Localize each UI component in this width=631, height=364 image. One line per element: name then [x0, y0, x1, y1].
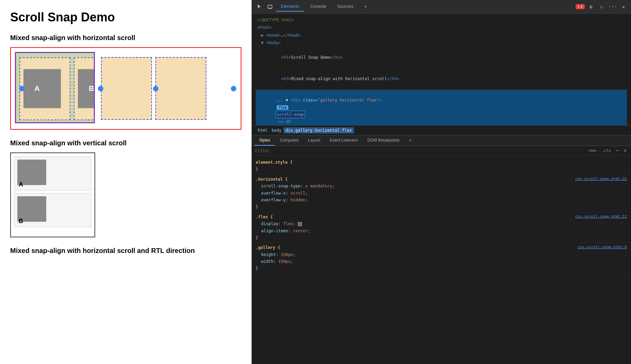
- dom-html[interactable]: <html>: [256, 24, 627, 31]
- gallery-viewport: A B: [15, 52, 95, 123]
- devtools-panel: Elements Console Sources » ✕ 1 ⚙ ⚇ ··· ✕…: [252, 0, 631, 364]
- gallery-visual: A B: [15, 52, 237, 125]
- vertical-scroll-demo[interactable]: A B: [10, 152, 95, 237]
- tab-computed[interactable]: Computed: [275, 135, 303, 146]
- tab-styles-more[interactable]: »: [405, 135, 416, 146]
- dom-body[interactable]: ▼ <body>: [256, 39, 627, 47]
- snap-dot-2: [98, 86, 103, 91]
- tab-console[interactable]: Console: [305, 2, 331, 12]
- more-btn[interactable]: ···: [608, 2, 617, 12]
- rule-gallery: css-scroll-snap.html:6 .gallery { height…: [252, 243, 631, 274]
- left-panel: Scroll Snap Demo Mixed snap-align with h…: [0, 0, 252, 364]
- flex-badge: flex: [277, 105, 288, 110]
- tab-layout[interactable]: Layout: [303, 135, 325, 146]
- rule-flex-source[interactable]: css-scroll-snap.html:12: [575, 214, 627, 220]
- styles-panel: Styles Computed Layout Event Listeners D…: [252, 135, 631, 364]
- scroll-snap-badge: scroll-snap: [276, 111, 305, 118]
- styles-filter-row: :hov .cls + ⊟: [252, 146, 631, 156]
- tab-styles[interactable]: Styles: [254, 135, 275, 146]
- gallery-item-a: A: [19, 57, 70, 120]
- tab-elements[interactable]: Elements: [276, 2, 304, 12]
- styles-tabs: Styles Computed Layout Event Listeners D…: [252, 135, 631, 146]
- close-btn[interactable]: ✕: [619, 2, 628, 12]
- dom-h1[interactable]: <h1>Scroll Snap Demo</h1>: [256, 47, 627, 68]
- filter-input[interactable]: [255, 148, 583, 153]
- svg-rect-1: [269, 8, 271, 8]
- dom-doctype[interactable]: <!DOCTYPE html>: [256, 16, 627, 24]
- devtools-header: Elements Console Sources » ✕ 1 ⚙ ⚇ ··· ✕: [252, 0, 631, 14]
- tab-event-listeners[interactable]: Event Listeners: [325, 135, 363, 146]
- toggle-btn[interactable]: ⊟: [623, 148, 628, 153]
- snap-dot-1: [19, 86, 24, 91]
- dom-h3-1[interactable]: <h3>Mixed snap-align with horizontal scr…: [256, 68, 627, 90]
- rule-horizontal-source[interactable]: css-scroll-snap.html:21: [575, 176, 627, 182]
- v-item-a-label: A: [19, 181, 23, 188]
- error-badge: ✕ 1: [576, 4, 585, 9]
- add-style-btn[interactable]: +: [615, 148, 620, 153]
- tab-sources[interactable]: Sources: [332, 2, 358, 12]
- cls-btn[interactable]: .cls: [600, 148, 612, 153]
- horizontal-scroll-demo: A B: [10, 47, 241, 130]
- hov-btn[interactable]: :hov: [586, 148, 598, 153]
- error-count: 1: [580, 4, 583, 9]
- tab-more[interactable]: »: [360, 2, 372, 12]
- v-item-b-label: B: [19, 218, 23, 225]
- gallery-item-c: [101, 57, 152, 120]
- dom-head[interactable]: ▶ <head>…</head>: [256, 32, 627, 39]
- breadcrumb-html[interactable]: html: [256, 127, 270, 133]
- v-item-b: B: [14, 193, 91, 227]
- gallery-item-b: B: [74, 57, 95, 120]
- page-title: Scroll Snap Demo: [10, 10, 241, 24]
- item-a-label: A: [34, 84, 40, 93]
- breadcrumb-body[interactable]: body: [270, 127, 284, 133]
- vertical-scroll-section: Mixed snap-align with vertical scroll A …: [10, 139, 241, 237]
- v-item-a: A: [14, 157, 91, 190]
- flex-icon: [298, 222, 302, 226]
- styles-content[interactable]: element.style { } css-scroll-snap.html:2…: [252, 156, 631, 364]
- rule-gallery-source[interactable]: css-scroll-snap.html:6: [577, 244, 627, 251]
- section1-title: Mixed snap-align with horizontal scroll: [10, 34, 241, 42]
- tab-dom-breakpoints[interactable]: DOM Breakpoints: [363, 135, 405, 146]
- gallery-item-d: [155, 57, 206, 120]
- item-a-gray: [23, 69, 61, 108]
- rule-flex: css-scroll-snap.html:12 .flex { display:…: [252, 212, 631, 243]
- cursor-icon-btn[interactable]: [254, 2, 264, 12]
- rule-horizontal: css-scroll-snap.html:21 .horizontal { sc…: [252, 175, 631, 212]
- rule-element-style: element.style { }: [252, 158, 631, 175]
- gallery-items-inside: A B: [19, 56, 95, 121]
- breadcrumb-div[interactable]: div.gallery.horizontal.flex: [284, 127, 354, 133]
- breadcrumb: html body div.gallery.horizontal.flex: [252, 126, 631, 135]
- settings-btn[interactable]: ⚙: [586, 2, 596, 12]
- section3-title: Mixed snap-align with horizontal scroll …: [10, 247, 241, 255]
- dom-tree[interactable]: <!DOCTYPE html> <html> ▶ <head>…</head> …: [252, 14, 631, 126]
- profile-btn[interactable]: ⚇: [597, 2, 607, 12]
- snap-dot-3: [153, 86, 158, 91]
- device-toggle-btn[interactable]: [265, 2, 275, 12]
- item-b-label: B: [89, 84, 94, 93]
- snap-dot-4: [231, 86, 236, 91]
- section2-title: Mixed snap-align with vertical scroll: [10, 139, 241, 147]
- dom-div-gallery[interactable]: ... ▼ <div class="gallery horizontal fle…: [256, 90, 627, 126]
